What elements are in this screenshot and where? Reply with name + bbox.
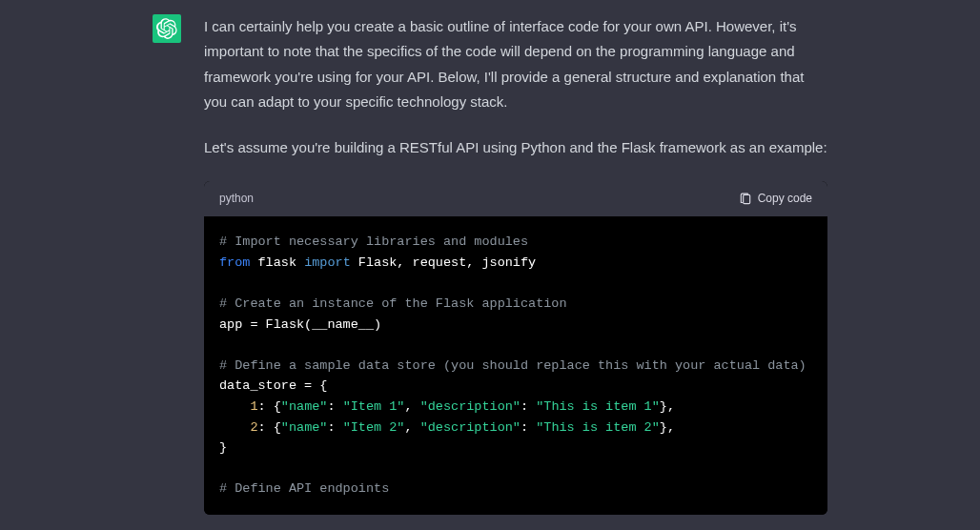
- code-token: ,: [404, 399, 419, 414]
- code-token: ,: [404, 420, 419, 435]
- code-token: "name": [281, 420, 328, 435]
- code-token: 2: [250, 420, 257, 435]
- code-token: app = Flask(__name__): [219, 317, 381, 332]
- code-token: [219, 420, 250, 435]
- code-block-header: python Copy code: [204, 181, 827, 216]
- code-token: :: [327, 420, 342, 435]
- code-language-label: python: [219, 189, 254, 209]
- openai-logo-icon: [156, 18, 177, 39]
- code-block: python Copy code # Import necessary libr…: [204, 181, 827, 515]
- clipboard-icon: [739, 193, 752, 206]
- code-token: "Item 1": [343, 399, 405, 414]
- code-token: },: [660, 420, 675, 435]
- code-token: import: [304, 255, 351, 270]
- code-token: }: [219, 440, 227, 455]
- code-token: # Import necessary libraries and modules: [219, 234, 528, 249]
- message-paragraph-2: Let's assume you're building a RESTful A…: [204, 135, 827, 160]
- code-body[interactable]: # Import necessary libraries and modules…: [204, 216, 827, 515]
- code-token: 1: [250, 399, 257, 414]
- assistant-message-content: I can certainly help you create a basic …: [204, 14, 827, 515]
- code-token: "description": [420, 420, 521, 435]
- copy-code-button[interactable]: Copy code: [739, 189, 812, 209]
- code-token: },: [660, 399, 675, 414]
- assistant-message-row: I can certainly help you create a basic …: [0, 0, 980, 515]
- code-token: from: [219, 255, 250, 270]
- code-token: "description": [420, 399, 521, 414]
- code-token: # Define a sample data store (you should…: [219, 358, 806, 373]
- code-token: flask: [250, 255, 304, 270]
- message-paragraph-1: I can certainly help you create a basic …: [204, 14, 827, 114]
- code-token: [219, 399, 250, 414]
- code-token: "This is item 2": [536, 420, 660, 435]
- svg-rect-0: [743, 194, 749, 203]
- code-token: # Create an instance of the Flask applic…: [219, 296, 567, 311]
- code-token: Flask, request, jsonify: [351, 255, 536, 270]
- copy-code-label: Copy code: [758, 189, 812, 209]
- code-token: "Item 2": [343, 420, 405, 435]
- code-token: :: [521, 420, 536, 435]
- code-token: # Define API endpoints: [219, 481, 389, 496]
- assistant-avatar: [153, 14, 181, 43]
- code-token: :: [521, 399, 536, 414]
- code-token: "name": [281, 399, 328, 414]
- code-token: "This is item 1": [536, 399, 660, 414]
- code-token: : {: [258, 420, 281, 435]
- code-token: data_store = {: [219, 378, 327, 393]
- code-token: : {: [258, 399, 281, 414]
- code-token: :: [327, 399, 342, 414]
